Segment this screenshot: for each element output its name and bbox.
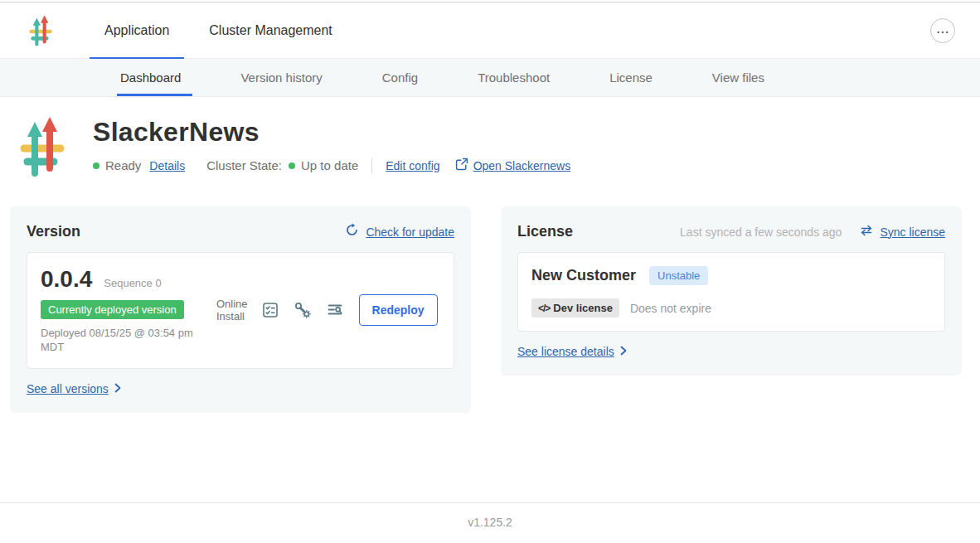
release-notes-icon[interactable] — [261, 301, 279, 319]
sync-arrows-icon — [860, 224, 873, 240]
ready-status-dot — [93, 162, 99, 169]
tab-application-label: Application — [104, 23, 169, 38]
customer-name: New Customer — [531, 267, 636, 284]
sub-nav-label-view-files: View files — [712, 70, 764, 85]
sync-license-link[interactable]: Sync license — [880, 225, 945, 239]
open-app-link[interactable]: Open Slackernews — [455, 158, 571, 173]
details-link[interactable]: Details — [149, 159, 185, 172]
license-detail-panel: New Customer Unstable </> Dev license Do… — [517, 252, 945, 332]
sub-nav-label-dashboard: Dashboard — [120, 70, 181, 85]
deployed-timestamp: Deployed 08/15/25 @ 03:54 pm MDT — [41, 327, 206, 355]
status-divider — [371, 158, 372, 173]
open-app-link-label: Open Slackernews — [473, 159, 571, 172]
sub-nav-label-config: Config — [382, 70, 418, 85]
slackernews-logo-icon — [28, 14, 53, 47]
cluster-state-dot — [289, 162, 295, 169]
see-all-versions-link[interactable]: See all versions — [27, 382, 121, 395]
code-icon: </> — [538, 303, 550, 314]
sub-nav-item-version-history[interactable]: Version history — [240, 59, 322, 96]
ellipsis-icon — [937, 24, 948, 36]
version-number: 0.0.4 — [41, 266, 92, 293]
cluster-state-label: Cluster State: — [206, 158, 282, 172]
see-all-versions-label: See all versions — [27, 382, 109, 395]
app-status-row: Ready Details Cluster State: Up to date … — [93, 158, 570, 173]
sub-nav-label-troubleshoot: Troubleshoot — [478, 70, 550, 85]
sub-nav-item-config[interactable]: Config — [382, 59, 418, 96]
install-type-label: Online Install — [216, 298, 248, 323]
see-license-details-link[interactable]: See license details — [517, 345, 627, 358]
console-version: v1.125.2 — [468, 516, 512, 529]
install-type-line1: Online — [216, 298, 248, 311]
cluster-state-value: Up to date — [301, 158, 358, 172]
channel-badge: Unstable — [649, 266, 708, 285]
sub-nav-item-license[interactable]: License — [609, 59, 653, 96]
page-title: SlackerNews — [93, 117, 570, 148]
license-card-title: License — [517, 223, 573, 240]
deployed-version-badge: Currently deployed version — [41, 300, 184, 319]
ready-status-label: Ready — [105, 158, 141, 172]
tab-cluster-management-label: Cluster Management — [209, 23, 332, 38]
license-card: License Last synced a few seconds ago Sy… — [501, 206, 962, 376]
version-actions — [261, 301, 344, 319]
current-version-panel: 0.0.4 Sequence 0 Currently deployed vers… — [27, 252, 454, 369]
chevron-right-icon — [114, 382, 121, 395]
footer: v1.125.2 — [0, 502, 980, 543]
license-expiration: Does not expire — [630, 302, 711, 315]
redeploy-button[interactable]: Redeploy — [359, 294, 438, 326]
overflow-menu-button[interactable] — [930, 18, 955, 43]
version-card-title: Version — [27, 223, 80, 240]
sub-nav-label-license: License — [609, 70, 653, 85]
app-header: SlackerNews Ready Details Cluster State:… — [0, 97, 980, 178]
chevron-right-icon — [620, 345, 627, 358]
license-card-header: License Last synced a few seconds ago Sy… — [517, 223, 945, 240]
view-logs-icon[interactable] — [326, 301, 344, 319]
license-type-label: Dev license — [553, 302, 613, 314]
sub-nav-item-dashboard[interactable]: Dashboard — [120, 59, 181, 96]
license-type-badge: </> Dev license — [531, 298, 619, 318]
external-link-icon — [455, 158, 468, 173]
last-synced-label: Last synced a few seconds ago — [680, 225, 842, 239]
check-for-update-link[interactable]: Check for update — [366, 225, 454, 239]
refresh-icon — [345, 223, 359, 240]
see-license-details-label: See license details — [517, 345, 614, 358]
sequence-label: Sequence 0 — [104, 277, 161, 289]
sub-nav-item-troubleshoot[interactable]: Troubleshoot — [478, 59, 550, 96]
version-card-header: Version Check for update — [27, 223, 454, 240]
install-type-line2: Install — [216, 310, 248, 323]
edit-config-link[interactable]: Edit config — [386, 159, 439, 172]
tab-application[interactable]: Application — [90, 2, 184, 59]
top-nav: Application Cluster Management — [0, 2, 980, 59]
main-content: SlackerNews Ready Details Cluster State:… — [0, 97, 980, 413]
sub-nav-label-version-history: Version history — [240, 70, 322, 85]
app-icon — [18, 115, 66, 178]
sub-nav-item-view-files[interactable]: View files — [712, 59, 764, 96]
tab-cluster-management[interactable]: Cluster Management — [194, 2, 347, 59]
config-wrench-icon[interactable] — [294, 301, 312, 319]
version-card: Version Check for update 0.0.4 Sequence … — [10, 206, 471, 413]
sub-nav: Dashboard Version history Config Trouble… — [0, 59, 980, 97]
dashboard-cards: Version Check for update 0.0.4 Sequence … — [10, 206, 962, 413]
